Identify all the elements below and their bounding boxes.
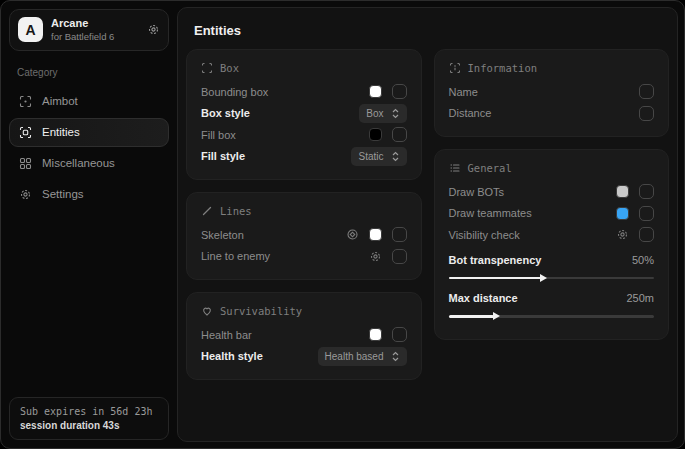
gear-icon[interactable] (616, 228, 629, 241)
card-title: Information (468, 62, 538, 74)
health-bar-checkbox[interactable] (392, 327, 407, 342)
survivability-card: Survivability Health bar Health style He… (186, 292, 422, 380)
page-title: Entities (194, 23, 669, 38)
draw-bots-checkbox[interactable] (639, 184, 654, 199)
gear-icon[interactable] (369, 250, 382, 263)
skeleton-row: Skeleton (201, 224, 407, 246)
fill-box-row: Fill box (201, 124, 407, 146)
unfold-icon (391, 108, 400, 119)
row-label: Line to enemy (201, 250, 359, 262)
row-label: Fill box (201, 129, 359, 141)
slider-label: Bot transpenency (449, 254, 632, 266)
distance-row: Distance (449, 103, 655, 125)
app-name: Arcane (51, 17, 139, 31)
skeleton-checkbox[interactable] (392, 227, 407, 242)
row-label: Draw teammates (449, 207, 607, 219)
unfold-icon (391, 151, 400, 162)
row-label: Health style (201, 350, 308, 362)
row-label: Distance (449, 107, 630, 119)
app-subtitle: for Battlefield 6 (51, 31, 139, 43)
draw-teammates-checkbox[interactable] (639, 206, 654, 221)
subscription-status-card: Sub expires in 56d 23h session duration … (9, 397, 169, 440)
category-label: Category (17, 67, 161, 78)
sidebar-nav: Aimbot Entities (9, 87, 169, 209)
line-icon (201, 205, 213, 217)
box-card: Box Bounding box Box style Box (186, 49, 422, 180)
skeleton-color-swatch[interactable] (369, 228, 382, 241)
draw-teammates-row: Draw teammates (449, 203, 655, 225)
card-title: General (468, 162, 512, 174)
sidebar-item-label: Entities (42, 126, 80, 138)
health-bar-row: Health bar (201, 324, 407, 346)
card-title: Survivability (220, 305, 302, 317)
lines-card: Lines Skeleton (186, 192, 422, 280)
general-card: General Draw BOTs Draw teammates Visibil… (434, 149, 670, 340)
information-card: Information Name Distance (434, 49, 670, 137)
name-row: Name (449, 81, 655, 103)
app-meta: Arcane for Battlefield 6 (51, 17, 139, 43)
max-distance-slider[interactable] (449, 315, 655, 318)
info-scan-icon (449, 62, 461, 74)
list-icon (449, 162, 461, 174)
sidebar-item-label: Aimbot (42, 95, 78, 107)
app-window: A Arcane for Battlefield 6 Category (0, 0, 685, 449)
fill-box-color-swatch[interactable] (369, 128, 382, 141)
draw-bots-color-swatch[interactable] (616, 185, 629, 198)
name-checkbox[interactable] (639, 84, 654, 99)
sidebar-item-entities[interactable]: Entities (9, 118, 169, 147)
grid-icon (19, 157, 32, 170)
fill-style-dropdown[interactable]: Static (351, 147, 406, 166)
app-logo: A (18, 17, 43, 42)
sidebar-item-label: Settings (42, 188, 84, 200)
box-style-row: Box style Box (201, 103, 407, 125)
row-label: Skeleton (201, 229, 336, 241)
bounding-box-checkbox[interactable] (392, 84, 407, 99)
row-label: Visibility check (449, 229, 607, 241)
draw-teammates-color-swatch[interactable] (616, 207, 629, 220)
health-bar-color-swatch[interactable] (369, 328, 382, 341)
bot-transparency-slider[interactable] (449, 277, 655, 280)
sidebar-item-settings[interactable]: Settings (9, 180, 169, 209)
row-label: Name (449, 86, 630, 98)
main-panel: Entities Box Bounding box (177, 7, 678, 442)
row-label: Health bar (201, 329, 359, 341)
row-label: Box style (201, 107, 349, 119)
health-style-dropdown[interactable]: Health based (318, 347, 407, 366)
sub-expiry-text: Sub expires in 56d 23h (20, 406, 158, 417)
visibility-check-row: Visibility check (449, 224, 655, 246)
box-brackets-icon (201, 62, 213, 74)
bounding-box-color-swatch[interactable] (369, 85, 382, 98)
session-duration-text: session duration 43s (20, 420, 158, 431)
slider-label: Max distance (449, 292, 627, 304)
row-label: Bounding box (201, 86, 359, 98)
visibility-check-checkbox[interactable] (639, 227, 654, 242)
bot-transparency-slider-group: Bot transpenency 50% (449, 250, 655, 280)
fill-box-checkbox[interactable] (392, 127, 407, 142)
slider-value: 50% (632, 254, 654, 266)
heart-icon (201, 305, 213, 317)
box-style-dropdown[interactable]: Box (359, 104, 406, 123)
line-to-enemy-checkbox[interactable] (392, 249, 407, 264)
line-to-enemy-row: Line to enemy (201, 246, 407, 268)
sidebar-item-miscellaneous[interactable]: Miscellaneous (9, 149, 169, 178)
slider-value: 250m (626, 292, 654, 304)
target-icon[interactable] (346, 228, 359, 241)
unfold-icon (391, 351, 400, 362)
entity-scan-icon (19, 126, 32, 139)
sidebar: A Arcane for Battlefield 6 Category (1, 1, 177, 448)
gear-icon[interactable] (147, 23, 160, 36)
sidebar-item-label: Miscellaneous (42, 157, 115, 169)
card-title: Lines (220, 205, 252, 217)
distance-checkbox[interactable] (639, 106, 654, 121)
row-label: Fill style (201, 150, 341, 162)
health-style-row: Health style Health based (201, 346, 407, 368)
max-distance-slider-group: Max distance 250m (449, 288, 655, 318)
row-label: Draw BOTs (449, 186, 607, 198)
sidebar-item-aimbot[interactable]: Aimbot (9, 87, 169, 116)
card-title: Box (220, 62, 239, 74)
draw-bots-row: Draw BOTs (449, 181, 655, 203)
crosshair-icon (19, 95, 32, 108)
fill-style-row: Fill style Static (201, 146, 407, 168)
bounding-box-row: Bounding box (201, 81, 407, 103)
app-card: A Arcane for Battlefield 6 (9, 9, 169, 51)
